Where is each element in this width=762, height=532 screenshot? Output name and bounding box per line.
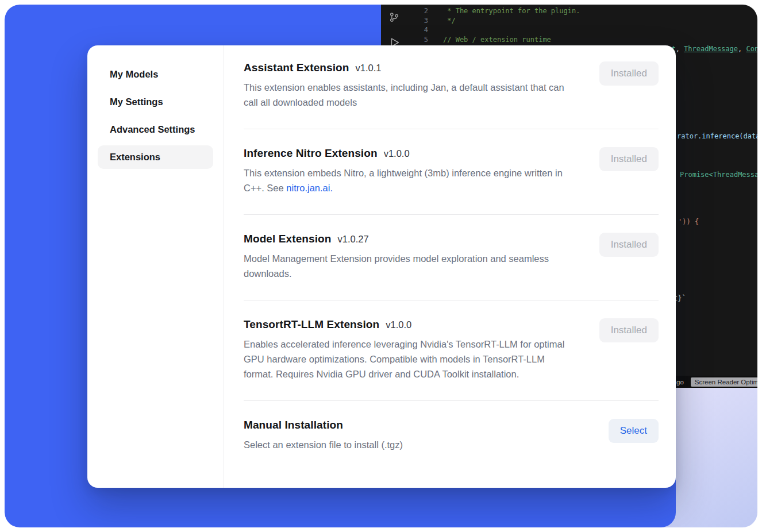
page-background: 2 * The entrypoint for the plugin.3 */45… bbox=[5, 5, 757, 527]
line-number: 2 bbox=[407, 6, 428, 16]
description-text: Enables accelerated inference leveraging… bbox=[244, 339, 564, 379]
code-text: * The entrypoint for the plugin. bbox=[443, 6, 580, 16]
code-fragment: rator.inference(data)); bbox=[677, 132, 757, 141]
extension-title: Assistant Extension bbox=[244, 61, 349, 74]
code-line: 5// Web / extension runtime bbox=[407, 35, 757, 45]
code-text: // Web / extension runtime bbox=[443, 35, 551, 45]
sidebar-item-advanced-settings[interactable]: Advanced Settings bbox=[98, 118, 213, 141]
sidebar-item-extensions[interactable]: Extensions bbox=[98, 145, 213, 169]
code-token: ThreadMessage bbox=[684, 45, 738, 53]
extension-description: This extension embeds Nitro, a lightweig… bbox=[244, 165, 572, 195]
nitro-jan-ai-link[interactable]: nitro.jan.ai. bbox=[286, 183, 333, 193]
extension-info: Manual InstallationSelect an extension f… bbox=[244, 419, 403, 452]
line-number: 5 bbox=[407, 35, 428, 45]
extension-info: Model Extensionv1.0.27Model Management E… bbox=[244, 233, 572, 281]
extension-row: TensortRT-LLM Extensionv1.0.0Enables acc… bbox=[244, 300, 659, 400]
extensions-list: Assistant Extensionv1.0.1This extension … bbox=[224, 45, 676, 488]
extension-row: Model Extensionv1.0.27Model Management E… bbox=[244, 214, 659, 300]
description-text: Select an extension file to install (.tg… bbox=[244, 440, 403, 450]
extension-row: Inference Nitro Extensionv1.0.0This exte… bbox=[244, 129, 659, 214]
extension-heading: Model Extensionv1.0.27 bbox=[244, 233, 572, 245]
extension-description: Select an extension file to install (.tg… bbox=[244, 437, 403, 452]
line-number: 4 bbox=[407, 25, 428, 35]
settings-modal: My ModelsMy SettingsAdvanced SettingsExt… bbox=[87, 45, 676, 488]
select-button[interactable]: Select bbox=[609, 419, 659, 443]
code-token: */ bbox=[443, 17, 456, 25]
extension-version: v1.0.0 bbox=[386, 319, 411, 330]
extension-version: v1.0.1 bbox=[356, 63, 382, 74]
extension-info: Assistant Extensionv1.0.1This extension … bbox=[244, 61, 572, 110]
extension-title: TensortRT-LLM Extension bbox=[244, 318, 379, 331]
installed-button[interactable]: Installed bbox=[599, 61, 659, 86]
code-fragment: Promise<ThreadMessage> bbox=[680, 170, 757, 179]
installed-button[interactable]: Installed bbox=[599, 233, 659, 257]
extension-row: Manual InstallationSelect an extension f… bbox=[244, 400, 659, 471]
screen-reader-chip[interactable]: Screen Reader Optimize bbox=[691, 377, 757, 387]
installed-button[interactable]: Installed bbox=[599, 318, 659, 342]
extension-heading: Assistant Extensionv1.0.1 bbox=[244, 61, 572, 74]
sidebar-item-my-models[interactable]: My Models bbox=[98, 63, 213, 86]
extension-info: Inference Nitro Extensionv1.0.0This exte… bbox=[244, 147, 572, 195]
extension-heading: TensortRT-LLM Extensionv1.0.0 bbox=[244, 318, 572, 331]
code-text: */ bbox=[443, 16, 456, 26]
status-bar-text: go bbox=[676, 379, 684, 385]
code-token: // Web / extension runtime bbox=[443, 36, 551, 44]
code-token: * The entrypoint for the plugin. bbox=[443, 7, 580, 15]
line-number: 3 bbox=[407, 16, 428, 26]
code-line: 3 */ bbox=[407, 16, 757, 26]
code-token: ContentType bbox=[746, 45, 757, 53]
code-token: , bbox=[676, 45, 684, 53]
extension-description: Enables accelerated inference leveraging… bbox=[244, 337, 572, 381]
sidebar-item-my-settings[interactable]: My Settings bbox=[98, 90, 213, 114]
extension-title: Inference Nitro Extension bbox=[244, 147, 378, 160]
code-token: , bbox=[738, 45, 746, 53]
extension-version: v1.0.0 bbox=[384, 148, 410, 159]
description-text: This extension enables assistants, inclu… bbox=[244, 82, 564, 107]
extension-heading: Inference Nitro Extensionv1.0.0 bbox=[244, 147, 572, 160]
description-text: Model Management Extension provides mode… bbox=[244, 253, 549, 279]
code-fragment: ')) { bbox=[678, 217, 699, 226]
extension-description: Model Management Extension provides mode… bbox=[244, 251, 572, 281]
extension-heading: Manual Installation bbox=[244, 419, 403, 431]
extension-version: v1.0.27 bbox=[337, 234, 368, 245]
extension-description: This extension enables assistants, inclu… bbox=[244, 80, 572, 110]
extension-row: Assistant Extensionv1.0.1This extension … bbox=[244, 61, 659, 129]
installed-button[interactable]: Installed bbox=[599, 147, 659, 171]
source-control-icon[interactable] bbox=[387, 10, 401, 24]
code-line: 2 * The entrypoint for the plugin. bbox=[407, 6, 757, 16]
extension-info: TensortRT-LLM Extensionv1.0.0Enables acc… bbox=[244, 318, 572, 381]
code-line: 4 bbox=[407, 25, 757, 35]
settings-sidebar: My ModelsMy SettingsAdvanced SettingsExt… bbox=[87, 45, 224, 488]
extension-title: Model Extension bbox=[244, 233, 331, 245]
extension-title: Manual Installation bbox=[244, 419, 343, 431]
